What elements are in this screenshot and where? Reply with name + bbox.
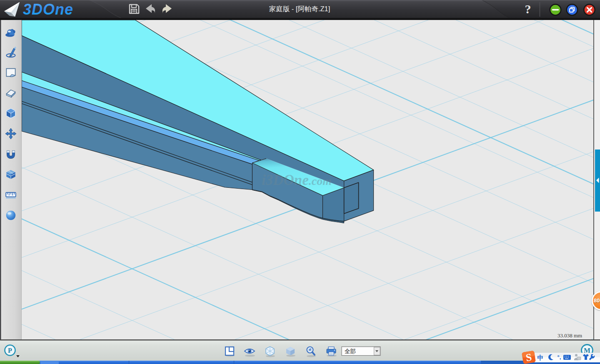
- svg-text:33.038 mm: 33.038 mm: [558, 332, 582, 339]
- svg-text:?: ?: [525, 2, 531, 16]
- svg-text:°,: °,: [558, 354, 561, 360]
- svg-text:3DOne: 3DOne: [23, 1, 73, 18]
- svg-text:i3DOne.com: i3DOne.com: [262, 172, 332, 188]
- svg-text:P: P: [8, 347, 12, 354]
- svg-text:全部: 全部: [345, 348, 356, 354]
- svg-text:中: 中: [538, 354, 544, 361]
- svg-text:家庭版 - [阿帕奇.Z1]: 家庭版 - [阿帕奇.Z1]: [269, 5, 330, 12]
